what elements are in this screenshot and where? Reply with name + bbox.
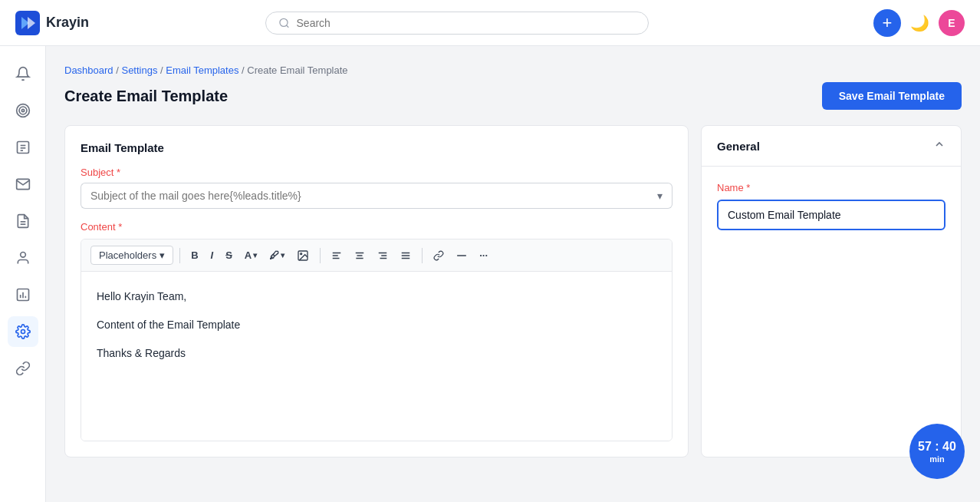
subject-required: * (117, 167, 120, 178)
timer-unit: min (929, 454, 945, 464)
placeholders-arrow-icon: ▾ (159, 249, 165, 261)
italic-button[interactable]: I (206, 246, 219, 264)
logo-icon (15, 11, 40, 35)
email-template-card-title: Email Template (81, 141, 673, 154)
align-right-button[interactable] (373, 247, 393, 264)
general-panel-header: General (702, 126, 961, 167)
strikethrough-button[interactable]: S (221, 246, 237, 264)
user-avatar[interactable]: E (939, 10, 965, 36)
horizontal-rule-icon (456, 250, 467, 261)
svg-point-6 (19, 107, 27, 114)
sidebar-item-users[interactable] (8, 243, 38, 273)
breadcrumb: Dashboard / Settings / Email Templates /… (64, 64, 962, 76)
breadcrumb-settings[interactable]: Settings (121, 64, 157, 76)
general-panel-collapse-button[interactable] (933, 138, 945, 154)
save-email-template-button[interactable]: Save Email Template (822, 82, 962, 110)
align-right-icon (377, 250, 388, 261)
sidebar-item-settings[interactable] (8, 316, 38, 347)
breadcrumb-dashboard[interactable]: Dashboard (64, 64, 113, 76)
font-color-arrow-icon: ▾ (253, 251, 257, 259)
subject-input[interactable] (81, 183, 648, 209)
layout: Dashboard / Settings / Email Templates /… (0, 46, 980, 502)
search-input[interactable] (297, 17, 636, 29)
font-color-icon: A (245, 249, 252, 261)
subject-row: ▾ (81, 183, 673, 209)
chevron-down-icon: ▾ (657, 190, 663, 202)
general-panel-title: General (717, 140, 760, 153)
main-content: Dashboard / Settings / Email Templates /… (46, 46, 980, 502)
toolbar-divider-2 (320, 248, 321, 263)
sidebar-item-tasks[interactable] (8, 132, 38, 163)
toolbar-divider-3 (422, 248, 423, 263)
sidebar (0, 46, 46, 502)
svg-point-7 (21, 109, 24, 111)
justify-icon (400, 250, 411, 261)
justify-button[interactable] (396, 247, 416, 264)
search-icon (278, 17, 290, 29)
chevron-up-icon (933, 138, 945, 150)
timer-badge[interactable]: 57 : 40 min (909, 424, 965, 479)
general-panel: General Name * (701, 125, 962, 457)
sidebar-item-integrations[interactable] (8, 353, 38, 384)
editor-body[interactable]: Hello Krayin Team, Content of the Email … (81, 272, 672, 441)
image-button[interactable] (292, 246, 314, 265)
toolbar-divider-1 (179, 248, 180, 263)
subject-dropdown[interactable]: ▾ (648, 183, 673, 209)
content-grid: Email Template Subject * ▾ Content * (64, 125, 962, 457)
editor-toolbar: Placeholders ▾ B I S A ▾ (81, 239, 672, 272)
sidebar-item-target[interactable] (8, 95, 38, 126)
content-label: Content * (81, 221, 673, 233)
email-template-card: Email Template Subject * ▾ Content * (64, 125, 689, 457)
add-button[interactable]: + (873, 9, 901, 37)
general-panel-body: Name * (702, 167, 961, 246)
editor-line-2: Content of the Email Template (97, 315, 656, 335)
topbar: Krayin + 🌙 E (0, 0, 980, 46)
dark-mode-button[interactable]: 🌙 (910, 14, 929, 32)
name-label: Name * (717, 182, 945, 193)
more-options-button[interactable]: ··· (475, 246, 492, 264)
bold-button[interactable]: B (186, 246, 202, 264)
editor-line-1: Hello Krayin Team, (97, 287, 656, 306)
topbar-right: + 🌙 E (873, 9, 965, 37)
highlight-arrow-icon: ▾ (281, 251, 284, 259)
subject-label: Subject * (81, 167, 673, 178)
svg-point-3 (280, 18, 288, 26)
align-left-icon (331, 250, 342, 261)
highlight-color-button[interactable]: 🖊 ▾ (265, 246, 289, 264)
app-name: Krayin (46, 15, 89, 31)
logo: Krayin (15, 11, 153, 35)
breadcrumb-current: Create Email Template (247, 64, 347, 76)
sidebar-item-documents[interactable] (8, 206, 38, 236)
align-center-button[interactable] (350, 247, 370, 264)
sidebar-item-notifications[interactable] (8, 58, 38, 89)
svg-point-16 (21, 330, 25, 334)
svg-point-14 (20, 253, 25, 258)
breadcrumb-email-templates[interactable]: Email Templates (166, 64, 238, 76)
sidebar-item-reports[interactable] (8, 279, 38, 310)
svg-point-18 (301, 253, 302, 254)
align-left-button[interactable] (327, 247, 347, 264)
highlight-icon: 🖊 (269, 249, 279, 261)
editor-card: Placeholders ▾ B I S A ▾ (81, 239, 673, 441)
sidebar-item-mail[interactable] (8, 169, 38, 200)
page-title: Create Email Template (64, 88, 228, 105)
page-header: Create Email Template Save Email Templat… (64, 82, 962, 110)
name-input[interactable] (717, 200, 945, 230)
content-required: * (118, 221, 122, 233)
svg-line-4 (287, 25, 289, 27)
image-icon (297, 249, 309, 262)
font-color-button[interactable]: A ▾ (240, 246, 261, 264)
name-required: * (746, 182, 750, 193)
editor-line-3: Thanks & Regards (97, 344, 656, 363)
search-bar (265, 12, 649, 35)
align-center-icon (354, 250, 365, 261)
timer-time: 57 : 40 (918, 439, 956, 454)
link-icon (433, 250, 444, 261)
link-button[interactable] (429, 247, 449, 264)
horizontal-rule-button[interactable] (452, 247, 472, 264)
placeholders-button[interactable]: Placeholders ▾ (90, 246, 173, 265)
